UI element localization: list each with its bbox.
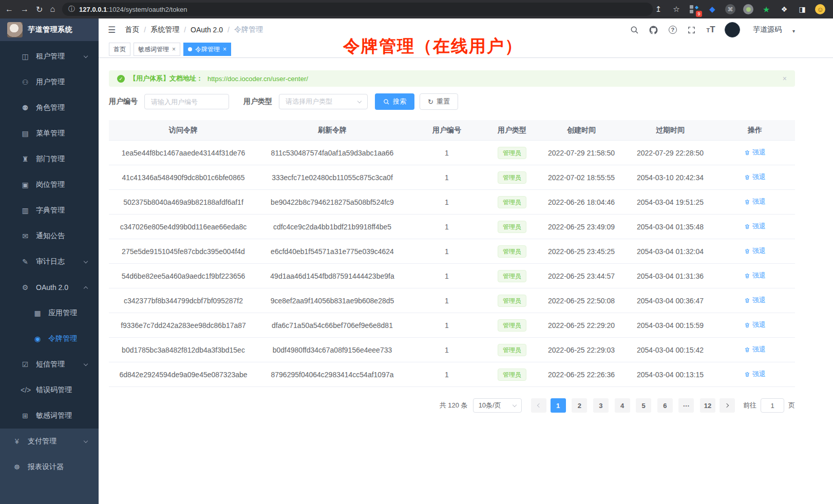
extension-command-icon[interactable]: ⌘ [725,4,736,15]
url-host: 127.0.0.1 [79,6,107,13]
user-avatar[interactable] [725,22,740,37]
sidebar-item-dict-management[interactable]: ▥ 字典管理 [0,198,99,223]
breadcrumb-oauth2[interactable]: OAuth 2.0 [191,26,223,34]
fullscreen-icon[interactable] [687,25,697,35]
share-icon[interactable]: ↥ [653,4,664,15]
force-logout-button[interactable]: 强退 [744,320,766,329]
help-icon[interactable]: ? [668,25,678,35]
extension-tabs-icon[interactable]: ◆ 9 [689,4,700,15]
sidebar-item-dept-management[interactable]: ♜ 部门管理 [0,146,99,172]
refresh-token-cell: 9ce8ef2aa9f14056b831ae9b608e28d5 [258,297,407,305]
force-logout-button[interactable]: 强退 [744,222,766,231]
sidebar-item-icon: ▦ [33,309,42,317]
profile-avatar-icon[interactable]: ☺ [815,4,826,15]
tab[interactable]: 首页 × [109,43,130,56]
browser-forward-button[interactable]: → [21,3,29,16]
extension-record-icon[interactable] [743,4,754,15]
force-logout-button[interactable]: 强退 [744,296,766,305]
page-size-select[interactable]: 10条/页 [473,398,522,413]
sidebar-item-label: 菜单管理 [36,129,65,138]
goto-page-input[interactable] [761,398,784,413]
address-bar[interactable]: ⓘ 127.0.0.1:1024/system/oauth2/token [62,3,653,16]
user-id-cell: 1 [407,297,487,305]
page-button[interactable]: 5 [636,398,651,413]
tab[interactable]: 敏感词管理 × [134,43,180,56]
force-logout-button[interactable]: 强退 [744,271,766,280]
app-logo-area[interactable]: 芋道管理系统 [0,18,99,41]
user-id-cell: 1 [407,149,487,157]
force-logout-button[interactable]: 强退 [744,197,766,206]
page-button[interactable]: 2 [572,398,587,413]
search-icon[interactable] [630,25,640,35]
force-logout-button[interactable]: 强退 [744,246,766,256]
user-type-select[interactable]: 请选择用户类型 [279,94,368,109]
refresh-token-cell: cdfc4ce9c2da4bb1bdf21b9918ff4be5 [258,223,407,231]
sidebar-item-label: 岗位管理 [36,180,65,189]
alert-close-icon[interactable]: × [783,74,787,83]
col-user-type: 用户类型 [487,126,537,135]
command-glyph: ⌘ [725,4,735,14]
user-type-cell: 管理员 [487,319,537,332]
browser-back-button[interactable]: ← [5,3,13,16]
sidebar-item-tenant-management[interactable]: ◫ 租户管理 [0,44,99,69]
page-button[interactable]: 1 [551,398,566,413]
sidebar-item-role-management[interactable]: ⚉ 角色管理 [0,95,99,121]
tab[interactable]: 令牌管理 × [183,43,231,56]
expire-time-cell: 2054-03-04 01:31:36 [626,272,715,280]
alert-doc-link[interactable]: https://doc.iocoder.cn/user-center/ [207,75,308,83]
force-logout-button[interactable]: 强退 [744,148,766,157]
sidebar-toggle-icon[interactable]: ☰ [108,25,116,35]
sidebar-item-oauth2[interactable]: ⚙ OAuth 2.0 [0,275,99,300]
url-path: :1024/system/oauth2/token [107,6,187,13]
page-button[interactable]: 4 [615,398,630,413]
tab-close-icon[interactable]: × [223,46,226,53]
breadcrumb-system[interactable]: 系统管理 [150,25,179,34]
sidebar-item-user-management[interactable]: ⚇ 用户管理 [0,69,99,95]
page-button[interactable]: ··· [678,398,694,413]
prev-page-button[interactable] [531,398,546,413]
col-expire-time: 过期时间 [626,126,715,135]
extension-gem-icon[interactable]: ◆ [707,4,718,15]
page-button[interactable]: 3 [593,398,609,413]
github-icon[interactable] [649,25,659,35]
sidebar-item-menu-management[interactable]: ▤ 菜单管理 [0,121,99,146]
extensions-puzzle-icon[interactable]: ❖ [779,4,790,15]
sidebar-item-audit-log[interactable]: ✎ 审计日志 [0,249,99,275]
search-button[interactable]: 搜索 [375,93,414,110]
user-menu-caret-icon[interactable]: ▾ [792,28,795,34]
tab-close-icon[interactable]: × [172,46,176,53]
page-button[interactable]: 6 [657,398,673,413]
next-page-button[interactable] [720,398,735,413]
extension-badge: 9 [696,11,702,17]
site-info-icon[interactable]: ⓘ [68,5,75,14]
force-logout-button[interactable]: 强退 [744,345,766,354]
sidebar-item-app-management[interactable]: ▦ 应用管理 [0,300,99,326]
force-logout-label: 强退 [752,148,766,157]
bookmark-star-icon[interactable]: ☆ [671,4,682,15]
sidebar-item-errorcode-management[interactable]: </> 错误码管理 [0,377,99,403]
sidebar-item-token-management[interactable]: ◉ 令牌管理 [0,326,99,352]
force-logout-button[interactable]: 强退 [744,370,766,379]
side-panel-icon[interactable]: ◨ [797,4,808,15]
user-type-badge: 管理员 [498,221,526,233]
user-id-input[interactable] [144,94,229,109]
sidebar-item-sensitive-words[interactable]: ⊞ 敏感词管理 [0,403,99,429]
extension-star-icon[interactable]: ★ [761,4,772,15]
sidebar-item-notice[interactable]: ✉ 通知公告 [0,223,99,249]
username[interactable]: 芋道源码 [753,25,782,34]
active-dot [188,47,192,51]
sidebar-item-sms-management[interactable]: ☑ 短信管理 [0,352,99,377]
sidebar-item-pay-management[interactable]: ¥ 支付管理 [0,429,99,454]
user-type-cell: 管理员 [487,245,537,258]
browser-reload-button[interactable]: ↻ [36,3,43,16]
access-token-cell: 502375b8040a469a9b82188afdf6af1f [109,198,258,206]
sidebar-item-post-management[interactable]: ▣ 岗位管理 [0,172,99,198]
page-button[interactable]: 12 [700,398,715,413]
browser-home-button[interactable]: ⌂ [50,3,55,16]
font-size-icon[interactable]: TT [706,25,716,35]
sidebar-item-report-designer[interactable]: ☸ 报表设计器 [0,454,99,480]
force-logout-button[interactable]: 强退 [744,172,766,182]
breadcrumb-home[interactable]: 首页 [125,25,139,34]
reset-button[interactable]: ↻ 重置 [420,93,458,110]
chevron-icon [84,53,88,57]
